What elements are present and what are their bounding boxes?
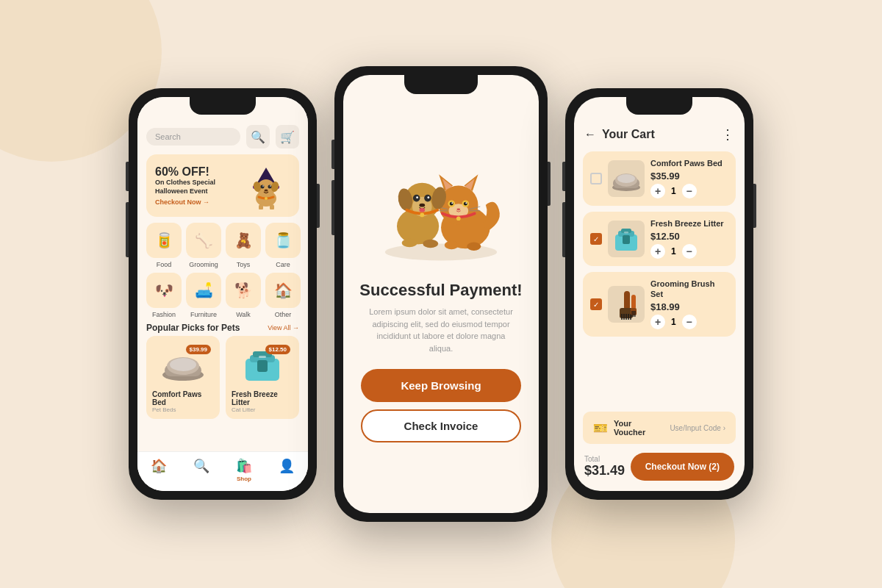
cart-item-1-price: $35.99 <box>650 171 728 182</box>
products-row: $39.99 Comfort Paws Bed Pet Beds <box>146 336 299 419</box>
qty-decrease-1[interactable]: + <box>650 184 665 198</box>
toys-icon-bg: 🧸 <box>226 223 261 258</box>
nav-shop[interactable]: 🛍️ Shop <box>236 458 252 482</box>
product-fresh-breeze-litter[interactable]: $12.50 Fresh Breeze Litter Cat Litter <box>226 336 299 419</box>
voucher-label: Your Voucher <box>614 419 664 437</box>
svg-point-55 <box>419 208 425 212</box>
view-all-btn[interactable]: View All → <box>268 324 299 331</box>
svg-point-35 <box>451 202 453 204</box>
qty-value-2: 1 <box>671 246 676 257</box>
keep-browsing-button[interactable]: Keep Browsing <box>361 369 521 402</box>
svg-point-43 <box>445 241 459 249</box>
notch-middle <box>404 75 478 94</box>
care-label: Care <box>276 261 290 268</box>
grooming-icon-bg: 🦴 <box>186 223 221 258</box>
category-food[interactable]: 🥫 Food <box>146 223 182 268</box>
cart-icon-box[interactable]: 🛒 <box>276 125 299 148</box>
food-label: Food <box>157 261 172 268</box>
home-screen: Search 🔍 🛒 60% OFF! On Clothes SpecialHa… <box>137 97 308 491</box>
bottom-nav: 🏠 🔍 🛍️ Shop 👤 <box>137 451 308 491</box>
product-comfort-paws-bed[interactable]: $39.99 Comfort Paws Bed Pet Beds <box>146 336 220 419</box>
banner-off-text: 60% OFF! <box>155 165 215 179</box>
home-nav-icon: 🏠 <box>151 458 167 474</box>
category-care[interactable]: 🫙 Care <box>265 223 301 268</box>
svg-rect-21 <box>257 360 268 372</box>
profile-nav-icon: 👤 <box>279 458 295 474</box>
svg-rect-67 <box>624 232 628 234</box>
nav-search[interactable]: 🔍 <box>193 458 209 482</box>
check-invoice-button[interactable]: Check Invoice <box>361 409 521 442</box>
cart-item-img-brush <box>608 286 645 323</box>
popular-section-header: Popular Picks for Pets View All → <box>146 323 299 333</box>
qty-control-1: + 1 − <box>650 184 728 198</box>
product-2-name: Fresh Breeze Litter <box>232 390 293 406</box>
search-icon-box[interactable]: 🔍 <box>246 125 270 148</box>
svg-point-9 <box>270 185 271 187</box>
success-description: Lorem ipsum dolor sit amet, consectetur … <box>365 306 517 354</box>
cart-item-bed: Comfort Paws Bed $35.99 + 1 − <box>583 151 736 206</box>
qty-increase-2[interactable]: − <box>682 244 697 259</box>
svg-point-10 <box>265 190 268 192</box>
cart-header-left: ← Your Cart <box>584 128 655 141</box>
product-1-name: Comfort Paws Bed <box>152 390 214 406</box>
toys-label: Toys <box>237 261 251 268</box>
svg-point-7 <box>268 185 272 189</box>
search-placeholder: Search <box>155 132 232 141</box>
svg-rect-75 <box>631 295 636 309</box>
cart-title: Your Cart <box>602 128 655 141</box>
cart-screen: ← Your Cart ⋮ <box>574 97 745 491</box>
category-other[interactable]: 🏠 Other <box>265 273 301 318</box>
category-toys[interactable]: 🧸 Toys <box>226 223 261 268</box>
phones-container: Search 🔍 🛒 60% OFF! On Clothes SpecialHa… <box>129 59 753 529</box>
qty-control-2: + 1 − <box>650 244 728 259</box>
voucher-action[interactable]: Use/Input Code › <box>670 424 725 432</box>
qty-decrease-2[interactable]: + <box>650 244 665 259</box>
cart-checkbox-litter[interactable]: ✓ <box>590 233 602 245</box>
category-furniture[interactable]: 🛋️ Furniture <box>186 273 221 318</box>
product-1-image-area: $39.99 <box>152 342 214 386</box>
category-fashion[interactable]: 🐶 Fashion <box>146 273 182 318</box>
search-input[interactable]: Search <box>146 128 240 146</box>
cart-item-img-litter <box>608 220 645 257</box>
nav-profile[interactable]: 👤 <box>279 458 295 482</box>
svg-point-11 <box>265 197 268 200</box>
svg-point-54 <box>419 204 425 207</box>
svg-rect-66 <box>623 235 630 244</box>
voucher-bar[interactable]: 🎫 Your Voucher Use/Input Code › <box>583 412 736 444</box>
voucher-icon: 🎫 <box>593 421 608 435</box>
banner-cta[interactable]: Checkout Now → <box>155 198 215 206</box>
svg-rect-13 <box>270 204 274 209</box>
cart-checkbox-bed[interactable] <box>590 173 602 184</box>
product-2-badge: $12.50 <box>265 345 290 354</box>
promo-banner[interactable]: 60% OFF! On Clothes SpecialHalloween Eve… <box>146 154 299 217</box>
shop-nav-label: Shop <box>237 476 251 482</box>
qty-increase-3[interactable]: − <box>682 315 697 329</box>
nav-home[interactable]: 🏠 <box>151 458 167 482</box>
qty-increase-1[interactable]: − <box>682 184 697 198</box>
back-icon[interactable]: ← <box>584 128 596 141</box>
svg-point-6 <box>261 185 265 189</box>
phone-middle-screen: Successful Payment! Lorem ipsum dolor si… <box>343 75 539 513</box>
more-options-icon[interactable]: ⋮ <box>721 126 734 143</box>
search-bar: Search 🔍 🛒 <box>146 125 299 148</box>
success-screen: Successful Payment! Lorem ipsum dolor si… <box>343 75 539 513</box>
fashion-icon-bg: 🐶 <box>146 273 182 308</box>
svg-point-37 <box>456 208 460 210</box>
category-grooming[interactable]: 🦴 Grooming <box>186 223 221 268</box>
category-walk[interactable]: 🐕 Walk <box>226 273 261 318</box>
other-icon-bg: 🏠 <box>265 273 301 308</box>
shop-nav-icon: 🛍️ <box>236 458 252 474</box>
notch-left <box>190 97 256 115</box>
cart-item-3-price: $18.99 <box>650 301 728 312</box>
cart-checkbox-brush[interactable]: ✓ <box>590 298 602 310</box>
qty-value-3: 1 <box>671 317 676 327</box>
svg-point-36 <box>465 202 467 204</box>
cart-item-brush: ✓ <box>583 272 736 336</box>
total-amount: $31.49 <box>584 463 625 478</box>
qty-decrease-3[interactable]: + <box>650 315 665 329</box>
svg-rect-22 <box>259 356 266 358</box>
phone-left: Search 🔍 🛒 60% OFF! On Clothes SpecialHa… <box>129 88 317 500</box>
svg-point-52 <box>416 196 418 198</box>
checkout-button[interactable]: Checkout Now (2) <box>631 453 734 481</box>
furniture-label: Furniture <box>190 311 217 318</box>
